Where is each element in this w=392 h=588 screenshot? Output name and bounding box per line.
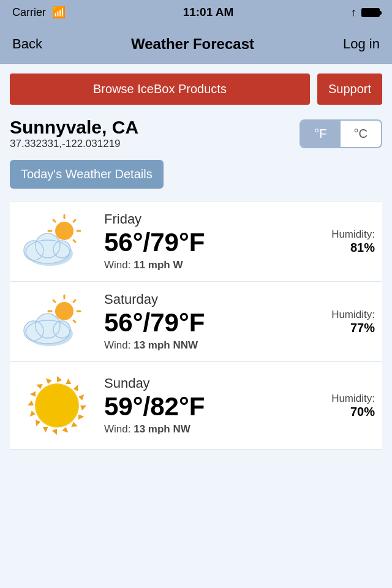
humidity-box: Humidity:70% <box>320 393 375 419</box>
status-bar-time: 11:01 AM <box>183 6 234 19</box>
svg-marker-44 <box>28 401 34 405</box>
weather-icon-wrap <box>17 372 97 439</box>
humidity-value: 81% <box>320 241 375 255</box>
login-button[interactable]: Log in <box>343 36 380 52</box>
cloudy-sunny-icon <box>20 294 94 349</box>
wind-info: Wind: 13 mph NW <box>104 423 312 435</box>
svg-marker-38 <box>71 422 78 427</box>
humidity-value: 77% <box>320 321 375 335</box>
day-name: Friday <box>104 211 312 227</box>
svg-marker-51 <box>78 394 84 401</box>
temp-unit-toggle: °F °C <box>300 119 382 148</box>
status-bar: Carrier 📶 11:01 AM ↑ <box>0 0 392 24</box>
humidity-label: Humidity: <box>331 393 375 404</box>
support-button[interactable]: Support <box>317 74 382 105</box>
weather-card: Friday 56°/79°F Wind: 11 mph W Humidity:… <box>10 201 382 282</box>
svg-marker-41 <box>43 427 48 432</box>
svg-marker-48 <box>57 376 62 382</box>
temp-range: 56°/79°F <box>104 309 312 337</box>
day-name: Saturday <box>104 292 312 307</box>
svg-point-0 <box>55 222 74 240</box>
svg-point-53 <box>36 385 78 426</box>
svg-marker-49 <box>66 379 72 384</box>
svg-line-6 <box>74 220 75 222</box>
svg-marker-42 <box>36 420 40 427</box>
browse-products-button[interactable]: Browse IceBox Products <box>10 74 310 105</box>
main-content: Browse IceBox Products Support Sunnyvale… <box>0 64 392 588</box>
day-name: Sunday <box>104 375 312 391</box>
humidity-label: Humidity: <box>331 309 375 320</box>
svg-line-24 <box>74 300 75 302</box>
promo-buttons-row: Browse IceBox Products Support <box>10 74 382 105</box>
back-button[interactable]: Back <box>12 36 42 52</box>
cloudy-sunny-icon <box>20 214 94 269</box>
wind-info: Wind: 13 mph NNW <box>104 339 312 352</box>
humidity-box: Humidity:77% <box>320 309 375 335</box>
svg-line-5 <box>53 220 55 222</box>
weather-details: Friday 56°/79°F Wind: 11 mph W <box>104 211 312 271</box>
status-bar-left: Carrier 📶 <box>12 6 66 19</box>
humidity-label: Humidity: <box>331 228 375 240</box>
location-icon: ↑ <box>351 6 356 19</box>
svg-marker-40 <box>52 429 57 435</box>
location-coords: 37.332331,-122.031219 <box>10 138 138 150</box>
weather-icon-wrap <box>17 294 97 349</box>
today-details-button[interactable]: Today's Weather Details <box>10 160 164 189</box>
temp-range: 56°/79°F <box>104 228 312 257</box>
svg-marker-37 <box>78 415 84 420</box>
page-title: Weather Forecast <box>131 36 254 53</box>
svg-marker-46 <box>36 384 43 389</box>
nav-bar: Back Weather Forecast Log in <box>0 24 392 64</box>
wifi-icon: 📶 <box>52 6 66 19</box>
celsius-button[interactable]: °C <box>341 121 381 147</box>
svg-point-18 <box>55 302 74 320</box>
weather-details: Sunday 59°/82°F Wind: 13 mph NW <box>104 375 312 435</box>
svg-marker-50 <box>74 385 78 391</box>
svg-marker-45 <box>30 391 36 397</box>
svg-marker-47 <box>46 379 52 384</box>
weather-icon-wrap <box>17 214 97 269</box>
carrier-label: Carrier <box>12 6 46 19</box>
svg-marker-39 <box>62 427 68 432</box>
svg-marker-43 <box>30 411 36 417</box>
fahrenheit-button[interactable]: °F <box>301 121 340 147</box>
battery-icon <box>361 8 380 17</box>
humidity-box: Humidity:81% <box>320 228 375 255</box>
temp-range: 59°/82°F <box>104 393 312 421</box>
svg-line-26 <box>74 320 75 322</box>
svg-marker-36 <box>80 405 86 410</box>
status-bar-right: ↑ <box>351 6 380 19</box>
sunny-icon <box>23 372 91 439</box>
forecast-list: Friday 56°/79°F Wind: 11 mph W Humidity:… <box>10 201 382 450</box>
weather-card: Sunday 59°/82°F Wind: 13 mph NW Humidity… <box>10 362 382 450</box>
svg-line-8 <box>74 240 75 242</box>
svg-line-23 <box>53 300 55 302</box>
weather-details: Saturday 56°/79°F Wind: 13 mph NNW <box>104 292 312 352</box>
weather-card: Saturday 56°/79°F Wind: 13 mph NNW Humid… <box>10 282 382 362</box>
location-info: Sunnyvale, CA 37.332331,-122.031219 <box>10 117 138 150</box>
location-row: Sunnyvale, CA 37.332331,-122.031219 °F °… <box>10 117 382 150</box>
humidity-value: 70% <box>320 405 375 419</box>
location-city: Sunnyvale, CA <box>10 117 138 138</box>
wind-info: Wind: 11 mph W <box>104 259 312 271</box>
